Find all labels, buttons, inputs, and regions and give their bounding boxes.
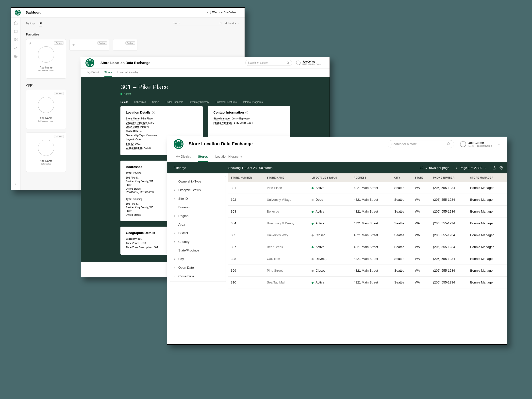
filter-site-id[interactable]: Site ID bbox=[170, 194, 226, 203]
col-header[interactable]: LIFECYCLE STATUS bbox=[309, 173, 351, 182]
subtab-details[interactable]: Details bbox=[120, 101, 128, 106]
grid-icon[interactable] bbox=[14, 38, 18, 42]
search-icon bbox=[219, 22, 222, 25]
search-icon bbox=[286, 61, 289, 64]
chevron-down-icon: ⌄ bbox=[239, 11, 241, 14]
col-header[interactable]: STORE NUMBER bbox=[228, 173, 264, 182]
table-row[interactable]: 303BellevueActive4321 Main StreetSeattle… bbox=[228, 206, 507, 217]
user-menu[interactable]: Joe Coffee D123 – District Name ⌄ bbox=[296, 60, 325, 65]
table-row[interactable]: 308Oak TreeDevelop4321 Main StreetSeattl… bbox=[228, 253, 507, 265]
subtab-inventory-delivery[interactable]: Inventory Delivery bbox=[189, 101, 209, 106]
app-card[interactable]: Partner App Name Data lookup bbox=[26, 133, 66, 172]
user-name: Joe Coffee bbox=[468, 141, 492, 145]
filter-country[interactable]: Country bbox=[170, 237, 226, 246]
tab-my-district[interactable]: My District bbox=[176, 155, 191, 162]
globe-icon[interactable] bbox=[14, 54, 18, 58]
store-hero: 301 – Pike Place Active Details Schedule… bbox=[81, 77, 330, 106]
app-name: App Name bbox=[40, 66, 52, 69]
app-card[interactable]: ★ Partner bbox=[69, 39, 109, 50]
prev-page-button[interactable]: ‹ bbox=[456, 166, 457, 170]
filter-region[interactable]: Region bbox=[170, 212, 226, 220]
app-card[interactable]: Partner App Name Self-service report bbox=[26, 90, 66, 129]
store-search-input[interactable]: Search for a store bbox=[245, 60, 292, 66]
app-card[interactable]: Partner bbox=[113, 39, 137, 50]
store-search-input[interactable]: Search for a store bbox=[388, 140, 454, 148]
info-icon[interactable]: i bbox=[152, 111, 155, 114]
user-menu[interactable]: Welcome, Joe Coffee ⌄ bbox=[207, 11, 241, 14]
subtab-status[interactable]: Status bbox=[152, 101, 159, 106]
tab-stores[interactable]: Stores bbox=[198, 155, 208, 162]
settings-icon[interactable] bbox=[499, 166, 503, 170]
col-header[interactable]: STORE NAME bbox=[264, 173, 309, 182]
table-row[interactable]: 307Bear CreekActive4321 Main StreetSeatt… bbox=[228, 241, 507, 253]
app-subtitle: Self-service report bbox=[38, 69, 54, 72]
page-title: Dashboard bbox=[26, 11, 41, 14]
user-menu[interactable]: Joe Coffee D123 – District Name ⌄ bbox=[460, 141, 501, 147]
col-header[interactable]: CITY bbox=[392, 173, 413, 182]
rows-per-page-dropdown[interactable]: 10 ⌄ rows per page bbox=[420, 166, 453, 170]
filter-district[interactable]: District bbox=[170, 229, 226, 237]
col-header[interactable]: PHONE NUMBER bbox=[431, 173, 468, 182]
welcome-text: Welcome, Joe Coffee bbox=[212, 11, 236, 14]
search-input[interactable]: Search bbox=[173, 21, 222, 26]
next-page-button[interactable]: › bbox=[485, 166, 486, 170]
card-title: Location Details bbox=[126, 111, 150, 114]
toolbar: Filter by: Showing 1–10 of 28,000 stores… bbox=[167, 162, 507, 173]
svg-point-9 bbox=[501, 167, 502, 168]
col-header[interactable]: STORE MANAGER bbox=[468, 173, 507, 182]
user-district: D123 – District Name bbox=[468, 145, 492, 147]
filter-lifecycle-status[interactable]: Lifecycle Status bbox=[170, 186, 226, 194]
tab-my-district[interactable]: My District bbox=[87, 71, 99, 77]
card-title: Contact Information bbox=[214, 111, 244, 114]
svg-rect-1 bbox=[14, 38, 16, 39]
tab-all[interactable]: All bbox=[39, 22, 42, 27]
table-row[interactable]: 304Broadway & DennyActive4321 Main Stree… bbox=[228, 217, 507, 229]
col-header[interactable]: ADDRESS bbox=[351, 173, 392, 182]
star-icon[interactable]: ★ bbox=[29, 41, 32, 45]
table-row[interactable]: 310Sea Tac MallActive4321 Main StreetSea… bbox=[228, 277, 507, 288]
app-title: Store Location Data Exchange bbox=[189, 141, 253, 147]
page-indicator: Page 1 of 2,800 bbox=[460, 166, 482, 170]
table-row[interactable]: 309Pine StreetClosed4321 Main StreetSeat… bbox=[228, 265, 507, 277]
home-icon[interactable] bbox=[14, 21, 18, 25]
tab-my-apps[interactable]: My Apps bbox=[26, 22, 35, 25]
subtab-order-channels[interactable]: Order Channels bbox=[166, 101, 183, 106]
app-subtitle: Data lookup bbox=[41, 163, 51, 165]
export-icon[interactable] bbox=[492, 166, 496, 170]
table-row[interactable]: 305University WayClosed4321 Main StreetS… bbox=[228, 229, 507, 241]
filter-panel: Ownership TypeLifecycle StatusSite IDDiv… bbox=[167, 173, 228, 288]
filter-division[interactable]: Division bbox=[170, 203, 226, 212]
expand-sidebar-icon[interactable]: » bbox=[15, 182, 17, 186]
col-header[interactable]: STATE bbox=[412, 173, 431, 182]
info-icon[interactable]: i bbox=[245, 111, 248, 114]
tab-location-hierarchy[interactable]: Location Hierarchy bbox=[117, 71, 138, 77]
filter-close-date[interactable]: Close Date bbox=[170, 272, 226, 281]
app-icon-placeholder bbox=[38, 46, 54, 63]
search-placeholder: Search for a store bbox=[248, 61, 267, 64]
subtab-internal-programs[interactable]: Internal Programs bbox=[243, 101, 263, 106]
brand-logo-icon bbox=[85, 58, 94, 67]
table-row[interactable]: 301Pike PlaceActive4321 Main StreetSeatt… bbox=[228, 182, 507, 194]
avatar-icon bbox=[460, 141, 466, 147]
star-icon[interactable]: ★ bbox=[72, 43, 75, 47]
filter-open-date[interactable]: Open Date bbox=[170, 263, 226, 272]
results-count: Showing 1–10 of 28,000 stores bbox=[228, 166, 420, 170]
pagination: ‹ Page 1 of 2,800 › bbox=[456, 166, 490, 170]
tab-stores[interactable]: Stores bbox=[104, 71, 112, 77]
domain-dropdown[interactable]: All domains⌄ bbox=[225, 22, 239, 25]
tab-location-hierarchy[interactable]: Location Hierarchy bbox=[215, 155, 242, 162]
filter-area[interactable]: Area bbox=[170, 220, 226, 229]
divider bbox=[23, 8, 23, 17]
app-card[interactable]: ★ Partner App Name Self-service report bbox=[26, 39, 66, 79]
app-subtitle: Self-service report bbox=[38, 120, 54, 122]
calendar-icon[interactable] bbox=[14, 29, 18, 33]
table-row[interactable]: 302University VillageDead4321 Main Stree… bbox=[228, 194, 507, 206]
subtab-customer-features[interactable]: Customer Features bbox=[216, 101, 237, 106]
filter-ownership-type[interactable]: Ownership Type bbox=[170, 177, 226, 186]
chart-icon[interactable] bbox=[14, 46, 18, 50]
brand-logo-icon bbox=[15, 10, 21, 16]
filter-city[interactable]: City bbox=[170, 255, 226, 263]
store-title: 301 – Pike Place bbox=[120, 83, 290, 91]
subtab-schedules[interactable]: Schedules bbox=[134, 101, 146, 106]
filter-state-province[interactable]: State/Province bbox=[170, 246, 226, 255]
